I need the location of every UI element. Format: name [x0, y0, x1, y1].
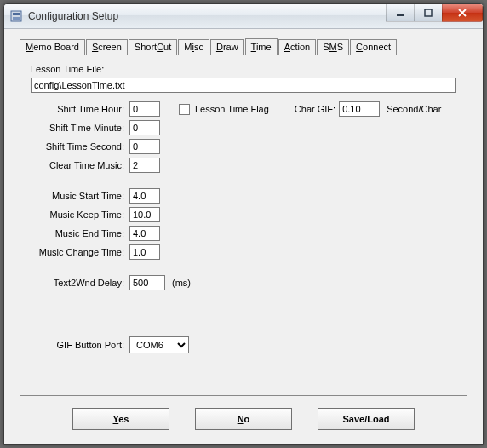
tabstrip: Memo Board Screen ShortCut Misc Draw Tim…: [20, 37, 478, 55]
app-icon: [9, 9, 23, 23]
svg-rect-1: [13, 13, 20, 15]
music-end-time-label: Music End Time:: [31, 228, 129, 238]
shift-time-second-label: Shift Time Second:: [31, 141, 129, 152]
music-change-time-input[interactable]: [129, 244, 160, 260]
gif-button-port-select[interactable]: COM6: [129, 336, 189, 353]
svg-rect-0: [11, 11, 21, 21]
minimize-button[interactable]: [386, 4, 415, 22]
svg-rect-2: [13, 17, 20, 20]
tab-sms[interactable]: SMS: [317, 39, 349, 55]
tab-screen[interactable]: Screen: [86, 39, 128, 55]
char-gif-suffix: Second/Char: [387, 104, 441, 114]
music-start-time-label: Music Start Time:: [31, 191, 129, 201]
svg-rect-3: [397, 14, 404, 16]
tab-memo-board[interactable]: Memo Board: [20, 39, 85, 55]
text2wnd-delay-label: Text2Wnd Delay:: [31, 278, 129, 288]
svg-rect-4: [425, 9, 432, 16]
text2wnd-delay-input[interactable]: [129, 275, 165, 290]
tab-page-time: Lesson Time File: Shift Time Hour: Lesso…: [20, 55, 467, 396]
tab-time[interactable]: Time: [245, 38, 278, 55]
tab-action[interactable]: Action: [278, 39, 317, 55]
lesson-time-flag-label: Lesson Time Flag: [195, 104, 269, 114]
char-gif-label: Char GIF:: [295, 104, 335, 114]
music-keep-time-label: Music Keep Time:: [31, 210, 129, 220]
lesson-time-file-label: Lesson Time File:: [31, 64, 104, 74]
shift-time-minute-label: Shift Time Minute:: [31, 123, 129, 133]
shift-time-minute-input[interactable]: [129, 120, 160, 135]
music-end-time-input[interactable]: [129, 226, 160, 241]
tab-connect[interactable]: Connect: [350, 39, 397, 55]
no-button[interactable]: No: [195, 408, 292, 430]
music-keep-time-input[interactable]: [129, 207, 160, 222]
tab-misc[interactable]: Misc: [178, 39, 209, 55]
lesson-time-flag-checkbox[interactable]: [179, 104, 190, 115]
dialog-button-row: Yes No Save/Load: [9, 408, 478, 430]
save-load-button[interactable]: Save/Load: [318, 408, 415, 430]
text2wnd-delay-suffix: (ms): [172, 278, 191, 288]
shift-time-hour-input[interactable]: [129, 101, 160, 117]
clear-time-music-label: Clear Time Music:: [31, 160, 129, 170]
shift-time-hour-label: Shift Time Hour:: [31, 104, 129, 114]
close-button[interactable]: [442, 4, 483, 22]
yes-button[interactable]: Yes: [72, 408, 169, 430]
titlebar: Configuration Setup: [4, 4, 483, 29]
tab-shortcut[interactable]: ShortCut: [129, 39, 177, 55]
gif-button-port-label: GIF Button Port:: [31, 340, 129, 350]
tab-draw[interactable]: Draw: [210, 39, 244, 55]
music-change-time-label: Music Change Time:: [31, 247, 129, 257]
music-start-time-input[interactable]: [129, 188, 160, 204]
window-title: Configuration Setup: [28, 10, 118, 22]
lesson-time-file-input[interactable]: [31, 78, 456, 93]
char-gif-input[interactable]: [339, 101, 380, 117]
clear-time-music-input[interactable]: [129, 158, 160, 173]
shift-time-second-input[interactable]: [129, 139, 160, 154]
configuration-setup-window: Configuration Setup Memo Board Screen Sh…: [3, 3, 484, 445]
maximize-button[interactable]: [414, 4, 443, 22]
